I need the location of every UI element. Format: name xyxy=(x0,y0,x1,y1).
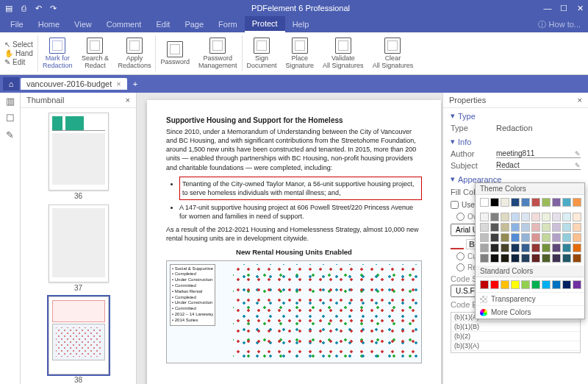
sign-document-button[interactable]: Sign Document xyxy=(243,32,282,74)
color-swatch[interactable] xyxy=(490,233,499,242)
properties-panel-close-icon[interactable]: × xyxy=(578,96,582,104)
color-swatch[interactable] xyxy=(552,233,561,242)
color-swatch[interactable] xyxy=(562,213,571,221)
redo-quick-icon[interactable]: ↷ xyxy=(47,2,59,14)
color-swatch[interactable] xyxy=(490,223,499,232)
clear-all-signatures-button[interactable]: Clear All Signatures xyxy=(368,32,418,74)
font-color-button[interactable] xyxy=(451,239,464,249)
color-swatch[interactable] xyxy=(480,254,489,263)
tool-edit[interactable]: ✎Edit xyxy=(4,58,33,66)
color-swatch[interactable] xyxy=(531,233,540,242)
menu-help[interactable]: Help xyxy=(285,16,317,32)
code-entry[interactable]: (b)(2) xyxy=(451,332,580,341)
color-swatch[interactable] xyxy=(501,233,509,242)
section-info[interactable]: ▾Info xyxy=(443,134,588,148)
new-tab-button[interactable]: + xyxy=(129,79,142,88)
color-swatch[interactable] xyxy=(501,213,509,221)
search-redact-button[interactable]: Search & Redact xyxy=(76,32,113,74)
menu-view[interactable]: View xyxy=(67,16,99,32)
color-swatch[interactable] xyxy=(501,223,509,232)
color-swatch[interactable] xyxy=(542,198,551,207)
thumbnails-rail-icon[interactable]: ▥ xyxy=(6,96,15,107)
thumbnail-panel-close-icon[interactable]: × xyxy=(126,96,130,104)
color-swatch[interactable] xyxy=(562,223,571,232)
color-swatch[interactable] xyxy=(562,280,571,289)
code-entry[interactable]: (b)(1)(B) xyxy=(451,322,580,332)
menu-page[interactable]: Page xyxy=(177,16,211,32)
redaction-code-radio[interactable] xyxy=(456,263,465,271)
color-swatch[interactable] xyxy=(501,198,509,207)
save-quick-icon[interactable]: ▤ xyxy=(3,2,15,14)
mark-for-redaction-button[interactable]: Mark for Redaction xyxy=(38,32,77,74)
color-swatch[interactable] xyxy=(521,233,530,242)
close-tab-icon[interactable]: × xyxy=(116,79,121,88)
color-swatch[interactable] xyxy=(531,280,540,289)
color-swatch[interactable] xyxy=(573,223,581,232)
color-swatch[interactable] xyxy=(552,243,561,252)
color-swatch[interactable] xyxy=(511,213,520,221)
color-swatch[interactable] xyxy=(573,198,581,207)
color-swatch[interactable] xyxy=(511,198,520,207)
color-swatch[interactable] xyxy=(573,233,581,242)
color-swatch[interactable] xyxy=(490,198,499,207)
custom-text-radio[interactable] xyxy=(456,252,465,260)
color-swatch[interactable] xyxy=(480,233,489,242)
color-swatch[interactable] xyxy=(511,223,520,232)
redaction-mark[interactable]: Tenanting of the City-owned Taylor Manor… xyxy=(179,177,422,200)
menu-edit[interactable]: Edit xyxy=(148,16,177,32)
color-swatch[interactable] xyxy=(573,213,581,221)
tab-home-icon[interactable]: ⌂ xyxy=(3,77,19,90)
color-swatch[interactable] xyxy=(552,213,561,221)
color-swatch[interactable] xyxy=(480,223,489,232)
validate-all-signatures-button[interactable]: Validate All Signatures xyxy=(318,32,368,74)
color-swatch[interactable] xyxy=(531,213,540,221)
undo-quick-icon[interactable]: ↶ xyxy=(32,2,44,14)
color-swatch[interactable] xyxy=(521,280,530,289)
tool-select[interactable]: ↖Select xyxy=(4,40,33,49)
use-overlay-text-checkbox[interactable] xyxy=(451,201,459,209)
password-management-button[interactable]: Password Management xyxy=(194,32,242,74)
color-swatch[interactable] xyxy=(552,198,561,207)
color-swatch[interactable] xyxy=(490,213,499,221)
menu-form[interactable]: Form xyxy=(211,16,245,32)
overlay-text-radio[interactable] xyxy=(456,213,465,221)
color-swatch[interactable] xyxy=(542,254,551,263)
color-swatch[interactable] xyxy=(521,254,530,263)
color-swatch[interactable] xyxy=(562,254,571,263)
color-swatch[interactable] xyxy=(552,280,561,289)
menu-file[interactable]: File xyxy=(3,16,31,32)
color-swatch[interactable] xyxy=(542,233,551,242)
color-swatch[interactable] xyxy=(511,254,520,263)
color-swatch[interactable] xyxy=(511,280,520,289)
color-swatch[interactable] xyxy=(531,254,540,263)
color-swatch[interactable] xyxy=(511,233,520,242)
print-quick-icon[interactable]: ⎙ xyxy=(18,2,29,14)
color-swatch[interactable] xyxy=(511,243,520,252)
password-button[interactable]: Password xyxy=(156,32,194,74)
color-swatch[interactable] xyxy=(573,280,581,289)
tool-hand[interactable]: ✋Hand xyxy=(4,49,33,57)
color-swatch[interactable] xyxy=(501,254,509,263)
document-tab[interactable]: vancouver-2016-budget× xyxy=(21,78,127,90)
color-swatch[interactable] xyxy=(562,243,571,252)
color-swatch[interactable] xyxy=(480,280,489,289)
color-swatch[interactable] xyxy=(531,223,540,232)
color-swatch[interactable] xyxy=(501,280,509,289)
comments-rail-icon[interactable]: ✎ xyxy=(6,129,14,141)
howto-link[interactable]: How to... xyxy=(549,20,581,29)
menu-protect[interactable]: Protect xyxy=(245,16,285,32)
color-swatch[interactable] xyxy=(531,198,540,207)
color-swatch[interactable] xyxy=(480,213,489,221)
color-swatch[interactable] xyxy=(552,254,561,263)
color-swatch[interactable] xyxy=(573,254,581,263)
color-swatch[interactable] xyxy=(521,213,530,221)
more-colors-option[interactable]: More Colors xyxy=(476,305,584,319)
color-swatch[interactable] xyxy=(490,254,499,263)
color-swatch[interactable] xyxy=(562,198,571,207)
color-swatch[interactable] xyxy=(521,243,530,252)
color-swatch[interactable] xyxy=(542,243,551,252)
maximize-button[interactable]: ☐ xyxy=(559,4,569,13)
color-swatch[interactable] xyxy=(573,243,581,252)
code-entry[interactable]: (b)(3)(A) xyxy=(451,341,580,351)
thumbnail-page[interactable]: 38 xyxy=(46,296,112,384)
